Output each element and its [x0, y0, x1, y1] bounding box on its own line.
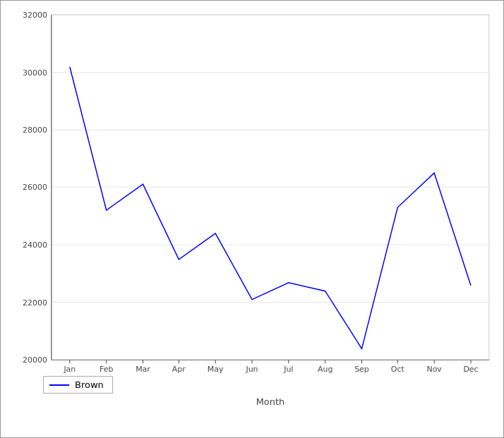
x-label-dec: Dec — [463, 365, 478, 374]
svg-text:20000: 20000 — [23, 355, 47, 365]
chart-container: 20000 22000 24000 26000 28000 30000 3200… — [0, 0, 504, 438]
x-label-sep: Sep — [354, 365, 369, 374]
x-label-apr: Apr — [172, 365, 186, 374]
x-label-may: May — [208, 365, 224, 374]
svg-text:24000: 24000 — [23, 241, 47, 250]
x-label-jul: Jul — [283, 365, 293, 374]
x-label-oct: Oct — [391, 365, 405, 374]
x-label-feb: Feb — [100, 365, 113, 374]
svg-text:32000: 32000 — [23, 11, 47, 20]
svg-text:30000: 30000 — [23, 68, 47, 78]
legend-box: Brown — [43, 376, 113, 394]
svg-text:26000: 26000 — [23, 183, 47, 192]
svg-text:22000: 22000 — [23, 298, 47, 308]
legend-line-brown — [49, 384, 69, 386]
x-label-jun: Jun — [245, 365, 258, 374]
svg-text:28000: 28000 — [23, 126, 47, 135]
x-label-jan: Jan — [63, 365, 76, 374]
x-axis-title: Month — [256, 396, 285, 407]
legend-label-brown: Brown — [75, 379, 104, 390]
x-label-mar: Mar — [136, 365, 150, 374]
line-chart: 20000 22000 24000 26000 28000 30000 3200… — [1, 1, 503, 437]
x-label-aug: Aug — [318, 365, 332, 374]
x-label-nov: Nov — [426, 365, 442, 374]
